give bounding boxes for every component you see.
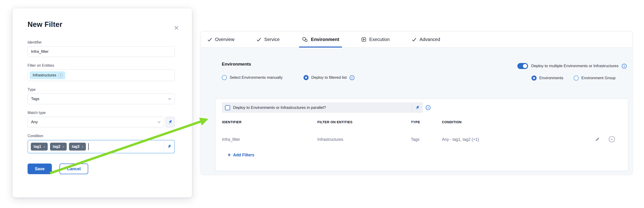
plus-icon: + — [228, 152, 231, 158]
tab-label: Service — [264, 37, 280, 42]
type-label: Type — [28, 88, 175, 92]
match-type-pin-button[interactable] — [166, 117, 175, 128]
identifier-value: Infra_filter — [31, 49, 48, 54]
tab-overview[interactable]: Overview — [208, 32, 234, 48]
condition-tag-chip: tag2 × — [50, 143, 67, 150]
parallel-checkbox-label: Deploy to Environments or Infrastructure… — [233, 106, 326, 110]
match-type-label: Match type — [28, 111, 175, 115]
chevron-down-icon — [158, 121, 161, 123]
environment-icon — [302, 36, 308, 42]
chevron-down-icon — [168, 98, 171, 100]
chip-remove-icon[interactable]: × — [82, 145, 84, 149]
chip-remove-icon[interactable]: × — [58, 73, 63, 78]
radio-selected-icon[interactable] — [304, 75, 308, 80]
radio-unselected-icon[interactable] — [574, 76, 579, 80]
tag-label: tag2 — [53, 144, 60, 149]
tab-label: Environment — [311, 37, 339, 42]
new-filter-form: Identifier Infra_filter Filter on Entiti… — [28, 40, 175, 174]
environments-option[interactable]: Environments — [532, 76, 564, 80]
radio-label: Environment Group — [582, 76, 616, 80]
condition-tag-chip: tag3 × — [69, 143, 86, 150]
tab-label: Advanced — [420, 37, 440, 42]
column-header-entities: FILTER ON ENTITIES — [317, 120, 352, 124]
close-icon[interactable]: ✕ — [172, 24, 180, 32]
pin-icon[interactable] — [167, 144, 172, 149]
multi-environments-toggle[interactable] — [518, 63, 528, 69]
pin-icon — [168, 120, 172, 124]
select-environments-manually-option[interactable]: Select Environments manually — [222, 75, 283, 80]
condition-label: Condition — [28, 134, 175, 138]
radio-label: Select Environments manually — [230, 75, 283, 80]
type-select[interactable]: Tags — [28, 94, 175, 104]
match-type-select[interactable]: Any — [28, 117, 164, 128]
tab-environment[interactable]: Environment — [302, 32, 339, 48]
type-value: Tags — [31, 96, 39, 101]
cancel-button[interactable]: Cancel — [60, 164, 88, 174]
filters-card: Deploy to Environments or Infrastructure… — [215, 99, 628, 171]
row-type: Tags — [411, 137, 420, 142]
chip-remove-icon[interactable]: × — [43, 145, 45, 149]
tab-label: Execution — [369, 37, 390, 42]
check-icon — [208, 37, 212, 42]
stage-config-panel: Overview Service Environment Execution A… — [201, 31, 632, 174]
column-header-identifier: IDENTIFIER — [222, 120, 242, 124]
entities-label: Filter on Entities — [28, 64, 175, 68]
tab-label: Overview — [215, 37, 234, 42]
save-button[interactable]: Save — [28, 164, 52, 174]
row-condition: Any - tag1, tag2 (+1) — [442, 137, 479, 142]
radio-label: Deploy to filtered list — [311, 75, 347, 80]
tab-execution[interactable]: Execution — [361, 32, 390, 48]
pin-icon — [415, 106, 420, 110]
add-filters-label: Add Filters — [233, 153, 254, 158]
divider — [164, 142, 164, 151]
condition-tag-chip: tag1 × — [31, 143, 48, 150]
tag-label: tag3 — [72, 144, 80, 149]
environment-tab-content: Environments Select Environments manuall… — [201, 48, 632, 174]
check-icon — [256, 37, 261, 42]
entities-input[interactable]: Infrastructures × — [28, 70, 175, 81]
radio-label: Environments — [539, 76, 564, 80]
dialog-title: New Filter — [28, 20, 175, 29]
parallel-pin-button[interactable] — [412, 106, 423, 110]
identifier-label: Identifier — [28, 40, 175, 44]
deploy-to-filtered-list-option[interactable]: Deploy to filtered list i — [304, 75, 354, 80]
check-icon — [412, 37, 416, 42]
tab-service[interactable]: Service — [256, 32, 280, 48]
stage-tabs: Overview Service Environment Execution A… — [201, 32, 632, 48]
toggle-label: Deploy to multiple Environments or Infra… — [531, 64, 618, 68]
info-icon[interactable]: i — [622, 64, 627, 68]
new-filter-dialog: ✕ New Filter Identifier Infra_filter Fil… — [12, 8, 192, 198]
minus-circle-icon — [608, 136, 615, 142]
row-identifier: Infra_filter — [222, 137, 240, 142]
info-icon[interactable]: i — [426, 105, 430, 110]
identifier-input[interactable]: Infra_filter — [28, 46, 175, 57]
entities-chip-label: Infrastructures — [33, 73, 56, 77]
app-page: ✕ New Filter Identifier Infra_filter Fil… — [0, 0, 644, 208]
environment-group-option[interactable]: Environment Group — [574, 76, 616, 80]
column-header-type: TYPE — [411, 120, 420, 124]
condition-tags-input[interactable]: tag1 × tag2 × tag3 × — [28, 140, 175, 153]
tag-label: tag1 — [34, 144, 41, 149]
execution-icon — [361, 37, 366, 42]
row-entities: Infrastructures — [317, 137, 343, 142]
entities-chip: Infrastructures × — [30, 71, 65, 79]
parallel-option-bar: Deploy to Environments or Infrastructure… — [222, 102, 423, 113]
edit-filter-button[interactable] — [595, 136, 600, 143]
text-cursor — [88, 143, 89, 150]
add-filters-button[interactable]: + Add Filters — [228, 152, 254, 158]
parallel-checkbox[interactable] — [225, 105, 230, 110]
tab-advanced[interactable]: Advanced — [412, 32, 440, 48]
radio-unselected-icon[interactable] — [222, 75, 227, 80]
info-icon[interactable]: i — [350, 75, 354, 80]
chip-remove-icon[interactable]: × — [62, 145, 64, 149]
remove-filter-button[interactable] — [608, 136, 615, 143]
pencil-icon — [595, 136, 600, 142]
radio-selected-icon[interactable] — [532, 76, 536, 80]
environments-heading: Environments — [222, 62, 251, 67]
match-type-value: Any — [31, 120, 38, 124]
column-header-condition: CONDITION — [442, 120, 462, 124]
